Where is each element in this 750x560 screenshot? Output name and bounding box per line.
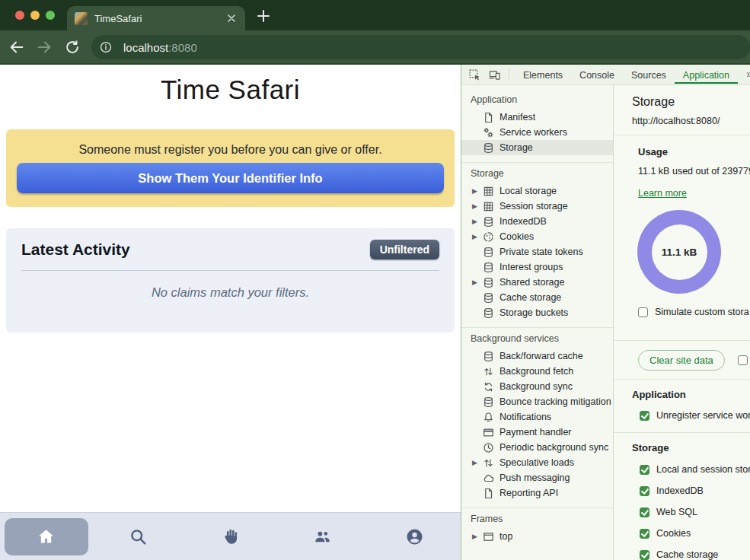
latest-activity-card: Latest Activity Unfiltered No claims mat… [6,228,455,332]
maximize-window-button[interactable] [46,11,55,20]
bottom-navigation [0,512,461,560]
new-tab-button[interactable] [254,7,273,25]
nav-item-contacts[interactable] [276,513,369,560]
simulate-quota-checkbox[interactable] [638,307,648,317]
window-controls [15,11,55,20]
people-group-icon [313,527,332,546]
web-sql-checkbox[interactable] [640,508,649,517]
storage-section-heading: Storage [632,442,750,453]
nav-active-pill [5,518,88,555]
tab-console[interactable]: Console [571,66,623,84]
local-session-storage-label: Local and session stor [656,464,750,475]
tree-section-background-services: Background services Back/forward cache B… [461,328,613,508]
tree-item-background-sync[interactable]: Background sync [461,379,613,394]
include-third-party-checkbox[interactable] [738,355,748,365]
tree-item-storage[interactable]: Storage [461,140,613,155]
cache-storage-checkbox[interactable] [640,550,649,560]
tree-item-interest-groups[interactable]: Interest groups [461,259,613,275]
tab-close-icon[interactable] [225,12,238,24]
close-window-button[interactable] [15,11,24,20]
tree-item-indexeddb[interactable]: ▶ IndexedDB [461,214,613,229]
forward-icon[interactable] [36,39,53,56]
browser-toolbar: localhost:8080 [0,30,750,65]
pane-title: Storage [632,95,750,109]
tree-section-header: Storage [461,163,613,183]
tree-section-storage: Storage ▶ Local storage ▶ Session storag… [461,163,613,328]
indexeddb-label: IndexedDB [656,485,704,496]
tree-item-local-storage[interactable]: ▶ Local storage [461,183,613,199]
donut-value: 11.1 kB [662,247,697,258]
tree-item-service-workers[interactable]: Service workers [461,125,613,140]
device-toolbar-icon[interactable] [488,68,501,81]
tree-item-payment-handler[interactable]: Payment handler [461,425,613,440]
expander-icon[interactable]: ▶ [472,202,483,210]
inspect-element-icon[interactable] [468,68,481,81]
payment-card-icon [483,427,494,438]
tree-item-manifest[interactable]: Manifest [461,110,613,125]
database-icon [483,262,494,273]
browser-tab[interactable]: TimeSafari [67,6,245,30]
database-icon [483,396,494,408]
expander-icon[interactable]: ▶ [472,533,483,540]
tree-item-cookies[interactable]: ▶ Cookies [461,229,613,244]
local-session-storage-checkbox[interactable] [640,465,649,475]
card-divider [21,270,439,271]
tab-favicon [75,12,88,25]
unregister-service-workers-checkbox[interactable] [640,411,649,421]
address-bar[interactable]: localhost:8080 [91,35,750,59]
nav-item-profile[interactable] [369,513,461,560]
reload-icon[interactable] [64,39,81,56]
tree-item-top-frame[interactable]: ▶ top [461,529,613,544]
tab-application[interactable]: Application [675,66,738,84]
application-section-heading: Application [632,389,750,400]
nav-item-search[interactable] [92,513,184,560]
expander-icon[interactable]: ▶ [472,187,483,195]
expander-icon[interactable]: ▶ [472,278,483,286]
tree-item-back-forward-cache[interactable]: Back/forward cache [461,348,613,364]
nav-item-projects[interactable] [184,513,276,560]
page-title: Time Safari [0,65,461,105]
tree-item-periodic-background-sync[interactable]: Periodic background sync [461,440,613,455]
tree-item-session-storage[interactable]: ▶ Session storage [461,199,613,214]
tree-item-cache-storage[interactable]: Cache storage [461,290,613,305]
table-icon [483,201,494,212]
database-icon [483,351,494,362]
clear-site-data-button[interactable]: Clear site data [638,350,725,371]
unfiltered-button[interactable]: Unfiltered [370,240,439,259]
site-info-icon[interactable] [99,40,113,54]
unregister-service-workers-label: Unregister service wor [656,410,750,421]
usage-text: 11.1 kB used out of 239779 [638,166,750,177]
tab-sources[interactable]: Sources [623,66,675,84]
show-identifier-button[interactable]: Show Them Your Identifier Info [17,163,444,193]
expander-icon[interactable]: ▶ [472,459,483,466]
clock-icon [483,442,494,453]
learn-more-link[interactable]: Learn more [638,188,687,199]
tree-item-speculative-loads[interactable]: ▶ Speculative loads [461,455,613,470]
tree-item-reporting-api[interactable]: Reporting API [461,485,613,501]
tree-item-push-messaging[interactable]: Push messaging [461,470,613,485]
tree-item-shared-storage[interactable]: ▶ Shared storage [461,275,613,290]
search-icon [129,527,148,546]
tree-item-storage-buckets[interactable]: Storage buckets [461,305,613,320]
cookies-checkbox[interactable] [640,529,649,539]
raised-hand-icon [221,527,240,546]
more-tabs-icon[interactable]: » [746,68,750,80]
database-icon [483,216,494,228]
minimize-window-button[interactable] [30,11,40,20]
tree-section-header: Background services [461,328,613,348]
tree-section-header: Application [461,89,613,110]
browser-tab-strip: TimeSafari [0,0,750,30]
tree-item-notifications[interactable]: Notifications [461,409,613,425]
expander-icon[interactable]: ▶ [472,233,483,240]
indexeddb-checkbox[interactable] [640,486,649,496]
tree-item-private-state-tokens[interactable]: Private state tokens [461,244,613,259]
back-icon[interactable] [8,39,25,56]
tab-elements[interactable]: Elements [515,66,571,84]
screen: TimeSafari localhost:8080 Time Safari So… [0,0,750,560]
up-down-arrows-icon [483,457,494,469]
page-content: Time Safari Someone must register you be… [0,65,461,560]
tree-item-bounce-tracking-mitigation[interactable]: Bounce tracking mitigation [461,394,613,409]
expander-icon[interactable]: ▶ [472,218,483,225]
tree-item-background-fetch[interactable]: Background fetch [461,364,613,379]
nav-item-home[interactable] [0,513,92,560]
